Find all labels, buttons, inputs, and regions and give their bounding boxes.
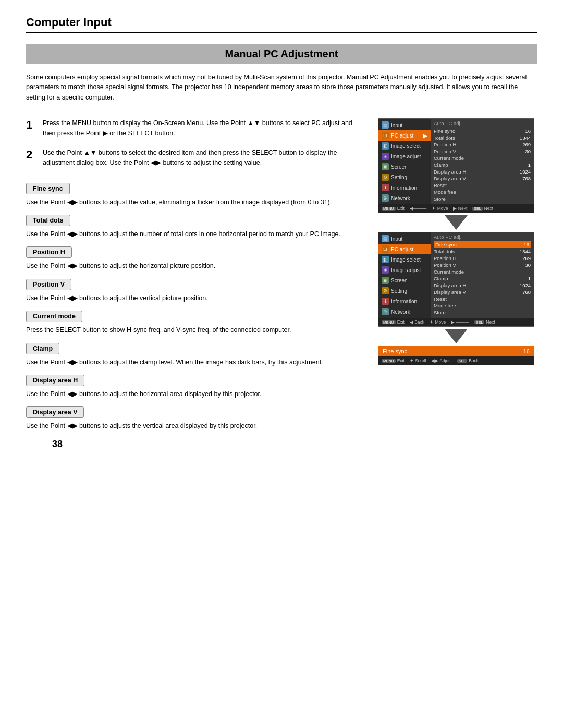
menu-sidebar-2: ▤ Input ⊡ PC adjust ◧ Image select ◈ Ima… xyxy=(378,232,431,318)
page-number: 38 xyxy=(52,439,563,450)
finesync-screenshot: Fine sync 16 MENU Exit ✦ Scroll ◀▶ Adjus… xyxy=(378,346,534,365)
menu-row-posh-2: Position H269 xyxy=(434,255,531,262)
menu-row-modefree-1: Mode free xyxy=(434,189,531,195)
label-display-area-v: Display area V xyxy=(26,406,84,418)
menu-row-store-1: Store xyxy=(434,195,531,202)
item-position-v: Position V Use the Point ◀▶ buttons to a… xyxy=(26,274,360,303)
page-title: Computer Input xyxy=(26,16,537,29)
sidebar-info-2: ℹ Information xyxy=(378,296,431,306)
desc-position-h: Use the Point ◀▶ buttons to adjust the h… xyxy=(26,261,360,271)
arrow-down-1 xyxy=(445,215,468,230)
menu-row-store-2: Store xyxy=(434,309,531,316)
menu-right-2: Auto PC adj. Fine sync16 Total dots1344 … xyxy=(431,232,534,318)
step-1: 1 Press the MENU button to display the O… xyxy=(26,118,360,139)
left-column: 1 Press the MENU button to display the O… xyxy=(26,118,360,434)
label-clamp: Clamp xyxy=(26,343,59,354)
menu-right-1: Auto PC adj. Fine sync16 Total dots1344 … xyxy=(431,119,534,204)
screen-icon-2: ▣ xyxy=(382,277,389,284)
sidebar-image-adjust-2: ◈ Image adjust xyxy=(378,265,431,275)
menu-row-reset-1: Reset xyxy=(434,182,531,189)
menu-row-currentmode-1: Current mode xyxy=(434,155,531,162)
input-icon: ▤ xyxy=(382,121,389,129)
label-total-dots: Total dots xyxy=(26,215,70,226)
label-current-mode: Current mode xyxy=(26,311,82,322)
sidebar-input-1: ▤ Input xyxy=(378,120,431,130)
desc-display-area-h: Use the Point ◀▶ buttons to adjust the h… xyxy=(26,389,360,399)
sidebar-image-select-1: ◧ Image select xyxy=(378,141,431,151)
menu-screenshot-1: ▤ Input ⊡ PC adjust ▶ ◧ Image select ◈ xyxy=(378,118,534,213)
network-icon-2: ⊕ xyxy=(382,308,389,315)
section-title-bar: Manual PC Adjustment xyxy=(26,44,537,64)
menu-row-totaldots-1: Total dots1344 xyxy=(434,134,531,141)
menu-row-totaldots-2: Total dots1344 xyxy=(434,248,531,255)
setting-icon-2: ⚙ xyxy=(382,287,389,294)
sidebar-setting-2: ⚙ Setting xyxy=(378,286,431,296)
menu-row-displh-1: Display area H1024 xyxy=(434,168,531,175)
label-display-area-h: Display area H xyxy=(26,375,84,386)
menu-row-posv-2: Position V30 xyxy=(434,262,531,268)
arrow-down-2 xyxy=(445,329,468,343)
menu-body-1: ▤ Input ⊡ PC adjust ▶ ◧ Image select ◈ xyxy=(378,119,534,204)
pc-icon: ⊡ xyxy=(382,132,389,139)
step-number-2: 2 xyxy=(26,148,36,168)
label-position-h: Position H xyxy=(26,246,72,258)
menu-row-posv-1: Position V30 xyxy=(434,148,531,155)
item-position-h: Position H Use the Point ◀▶ buttons to a… xyxy=(26,241,360,271)
main-content: 1 Press the MENU button to display the O… xyxy=(26,118,537,434)
image-select-icon: ◧ xyxy=(382,142,389,150)
item-display-area-h: Display area H Use the Point ◀▶ buttons … xyxy=(26,369,360,399)
page-header: Computer Input xyxy=(26,16,537,33)
image-select-icon-2: ◧ xyxy=(382,256,389,263)
menu-body-2: ▤ Input ⊡ PC adjust ◧ Image select ◈ Ima… xyxy=(378,232,534,318)
desc-display-area-v: Use the Point ◀▶ buttons to adjusts the … xyxy=(26,421,360,431)
sidebar-info-1: ℹ Information xyxy=(378,182,431,193)
finesync-value: 16 xyxy=(523,348,530,354)
menu-row-finesync-2: Fine sync16 xyxy=(434,241,531,248)
sidebar-network-2: ⊕ Network xyxy=(378,306,431,317)
desc-current-mode: Press the SELECT button to show H-sync f… xyxy=(26,325,360,335)
desc-fine-sync: Use the Point ◀▶ buttons to adjust the v… xyxy=(26,198,360,207)
item-current-mode: Current mode Press the SELECT button to … xyxy=(26,305,360,335)
sidebar-screen-2: ▣ Screen xyxy=(378,275,431,286)
info-icon: ℹ xyxy=(382,184,389,191)
menu-row-displh-2: Display area H1024 xyxy=(434,282,531,289)
item-clamp: Clamp Use the Point ◀▶ buttons to adjust… xyxy=(26,338,360,367)
item-total-dots: Total dots Use the Point ◀▶ buttons to a… xyxy=(26,209,360,239)
menu-row-clamp-2: Clamp1 xyxy=(434,275,531,282)
label-position-v: Position V xyxy=(26,279,71,290)
menu-footer-1: MENU Exit ◀——— ✦ Move ▶ Next SEL Next xyxy=(378,204,534,213)
sidebar-screen-1: ▣ Screen xyxy=(378,162,431,172)
menu-right-title-2: Auto PC adj. xyxy=(434,234,531,240)
menu-row-posh-1: Position H269 xyxy=(434,141,531,148)
step-2: 2 Use the Point ▲▼ buttons to select the… xyxy=(26,148,360,168)
sidebar-network-1: ⊕ Network xyxy=(378,193,431,203)
network-icon: ⊕ xyxy=(382,194,389,202)
step-number-1: 1 xyxy=(26,118,36,139)
step-text-2: Use the Point ▲▼ buttons to select the d… xyxy=(43,148,360,168)
menu-row-displv-2: Display area V768 xyxy=(434,289,531,295)
right-column: ▤ Input ⊡ PC adjust ▶ ◧ Image select ◈ xyxy=(375,118,537,434)
item-display-area-v: Display area V Use the Point ◀▶ buttons … xyxy=(26,401,360,431)
pc-icon-2: ⊡ xyxy=(382,245,389,253)
desc-position-v: Use the Point ◀▶ buttons to adjust the v… xyxy=(26,293,360,303)
image-adj-icon-2: ◈ xyxy=(382,266,389,274)
item-fine-sync: Fine sync Use the Point ◀▶ buttons to ad… xyxy=(26,178,360,207)
menu-footer-2: MENU Exit ◀ Back ✦ Move ▶ ——— SEL Next xyxy=(378,318,534,326)
sidebar-setting-1: ⚙ Setting xyxy=(378,172,431,182)
menu-sidebar-1: ▤ Input ⊡ PC adjust ▶ ◧ Image select ◈ xyxy=(378,119,431,204)
intro-paragraph: Some computers employ special signal for… xyxy=(26,72,537,103)
sidebar-input-2: ▤ Input xyxy=(378,233,431,244)
menu-row-displv-1: Display area V768 xyxy=(434,175,531,182)
menu-row-finesync-1: Fine sync16 xyxy=(434,128,531,134)
finesync-label: Fine sync xyxy=(383,348,407,354)
desc-clamp: Use the Point ◀▶ buttons to adjust the c… xyxy=(26,357,360,367)
menu-screenshot-2: ▤ Input ⊡ PC adjust ◧ Image select ◈ Ima… xyxy=(378,232,534,327)
sidebar-pc-adjust-1: ⊡ PC adjust ▶ xyxy=(378,130,431,141)
desc-total-dots: Use the Point ◀▶ buttons to adjust the n… xyxy=(26,229,360,239)
sidebar-image-select-2: ◧ Image select xyxy=(378,254,431,265)
input-icon-2: ▤ xyxy=(382,235,389,242)
section-title: Manual PC Adjustment xyxy=(26,48,537,60)
label-fine-sync: Fine sync xyxy=(26,183,70,194)
menu-row-reset-2: Reset xyxy=(434,295,531,302)
image-adj-icon: ◈ xyxy=(382,153,389,160)
